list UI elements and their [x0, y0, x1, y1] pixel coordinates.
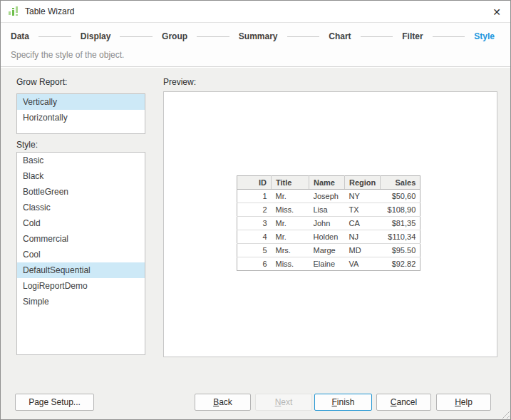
preview-label: Preview:: [163, 77, 196, 87]
table-header-cell: ID: [237, 176, 272, 190]
step-connector: [433, 36, 465, 37]
table-header-cell: Region: [345, 176, 381, 190]
step-summary[interactable]: Summary: [239, 31, 278, 41]
cancel-label-rest: ancel: [396, 397, 417, 407]
style-option-simple[interactable]: Simple: [17, 294, 145, 309]
finish-label-rest: inish: [337, 397, 355, 407]
next-button[interactable]: Next: [255, 394, 312, 411]
grow-option-vertically[interactable]: Vertically: [17, 94, 145, 110]
table-cell: Mr.: [272, 217, 309, 230]
back-mnemonic: B: [213, 397, 219, 407]
main-content: Grow Report: Vertically Horizontally Sty…: [1, 68, 510, 419]
step-style[interactable]: Style: [474, 31, 495, 41]
table-wizard-dialog: Table Wizard ✕ Data Display Group Summar…: [0, 0, 511, 420]
page-setup-button[interactable]: Page Setup...: [15, 394, 94, 411]
back-button[interactable]: Back: [195, 394, 251, 411]
help-button[interactable]: Help: [436, 394, 491, 411]
back-label-rest: ack: [219, 397, 232, 407]
next-label-rest: ext: [281, 397, 292, 407]
close-icon[interactable]: ✕: [490, 6, 503, 19]
grow-report-label: Grow Report:: [16, 77, 67, 87]
table-cell: Elaine: [309, 257, 345, 271]
table-header-row: ID Title Name Region Sales: [237, 176, 420, 190]
style-option-cool[interactable]: Cool: [17, 247, 145, 262]
table-cell: Holden: [309, 230, 345, 244]
grow-report-listbox: Vertically Horizontally: [16, 93, 145, 134]
finish-mnemonic: F: [331, 397, 336, 407]
table-row: 5 Mrs. Marge MD $95.50: [237, 244, 420, 257]
table-cell: VA: [345, 257, 381, 271]
table-row: 6 Miss. Elaine VA $92.82: [237, 257, 420, 271]
table-header-cell: Sales: [381, 176, 420, 190]
step-connector: [197, 36, 229, 37]
table-wizard-app-icon: [8, 6, 19, 17]
step-filter[interactable]: Filter: [402, 31, 423, 41]
table-cell: Mr.: [272, 230, 309, 244]
style-option-commercial[interactable]: Commercial: [17, 231, 145, 247]
table-cell: CA: [345, 217, 381, 230]
table-cell: $108,90: [381, 203, 420, 217]
step-chart[interactable]: Chart: [329, 31, 351, 41]
table-cell: $81,35: [381, 217, 420, 230]
table-cell: 3: [237, 217, 272, 230]
table-cell: $110,34: [381, 230, 420, 244]
step-connector: [120, 36, 153, 37]
preview-panel: ID Title Name Region Sales 1 Mr. Joseph …: [163, 91, 497, 357]
table-cell: Miss.: [272, 257, 309, 271]
grow-option-horizontally[interactable]: Horizontally: [17, 110, 145, 126]
table-cell: NJ: [345, 230, 381, 244]
finish-button[interactable]: Finish: [314, 394, 372, 411]
table-cell: Mr.: [272, 190, 309, 203]
table-cell: MD: [345, 244, 381, 257]
table-header-cell: Name: [309, 176, 345, 190]
table-cell: Lisa: [309, 203, 345, 217]
table-cell: 5: [237, 244, 272, 257]
style-listbox: Basic Black BottleGreen Classic Cold Com…: [16, 152, 145, 355]
table-cell: Mrs.: [272, 244, 309, 257]
help-label-rest: elp: [461, 397, 473, 407]
step-description: Specify the style of the object.: [11, 50, 124, 60]
table-cell: 2: [237, 203, 272, 217]
style-option-classic[interactable]: Classic: [17, 200, 145, 215]
style-option-bottlegreen[interactable]: BottleGreen: [17, 184, 145, 200]
style-option-cold[interactable]: Cold: [17, 215, 145, 231]
step-data[interactable]: Data: [11, 31, 29, 41]
style-label: Style:: [16, 140, 38, 150]
table-cell: John: [309, 217, 345, 230]
preview-table: ID Title Name Region Sales 1 Mr. Joseph …: [237, 175, 420, 271]
table-cell: Marge: [309, 244, 345, 257]
table-cell: 6: [237, 257, 272, 271]
step-connector: [38, 36, 71, 37]
step-group[interactable]: Group: [162, 31, 187, 41]
resize-grip[interactable]: [500, 409, 510, 419]
wizard-steps-header: Data Display Group Summary Chart Filter …: [1, 23, 510, 67]
table-cell: 1: [237, 190, 272, 203]
table-row: 4 Mr. Holden NJ $110,34: [237, 230, 420, 244]
help-mnemonic: H: [455, 397, 461, 407]
wizard-steps: Data Display Group Summary Chart Filter …: [11, 30, 495, 43]
style-option-defaultsequential[interactable]: DefaultSequential: [17, 262, 145, 278]
table-cell: 4: [237, 230, 272, 244]
table-cell: Joseph: [309, 190, 345, 203]
style-option-black[interactable]: Black: [17, 168, 145, 184]
cancel-button[interactable]: Cancel: [376, 394, 431, 411]
table-cell: Miss.: [272, 203, 309, 217]
table-header-cell: Title: [272, 176, 309, 190]
window-title: Table Wizard: [25, 6, 74, 16]
table-row: 2 Miss. Lisa TX $108,90: [237, 203, 420, 217]
table-cell: TX: [345, 203, 381, 217]
title-bar: Table Wizard ✕: [1, 1, 510, 23]
step-display[interactable]: Display: [81, 31, 111, 41]
step-connector: [287, 36, 320, 37]
table-cell: $92.82: [381, 257, 420, 271]
step-connector: [361, 36, 393, 37]
style-option-basic[interactable]: Basic: [17, 153, 145, 168]
table-cell: NY: [345, 190, 381, 203]
table-cell: $50,60: [381, 190, 420, 203]
table-row: 1 Mr. Joseph NY $50,60: [237, 190, 420, 203]
table-row: 3 Mr. John CA $81,35: [237, 217, 420, 230]
table-cell: $95.50: [381, 244, 420, 257]
style-option-logireportdemo[interactable]: LogiReportDemo: [17, 278, 145, 294]
